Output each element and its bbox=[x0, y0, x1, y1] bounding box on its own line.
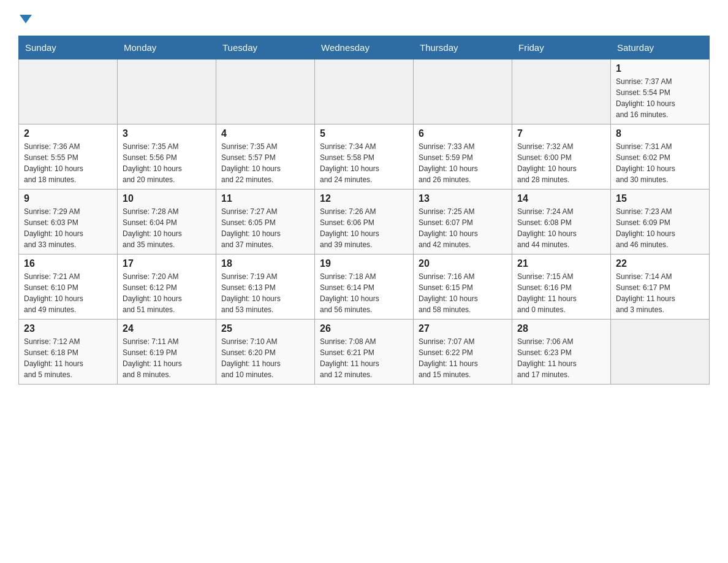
day-info: Sunrise: 7:33 AM Sunset: 5:59 PM Dayligh… bbox=[419, 141, 507, 185]
day-number: 26 bbox=[320, 323, 408, 334]
day-info: Sunrise: 7:15 AM Sunset: 6:16 PM Dayligh… bbox=[517, 271, 605, 315]
calendar-cell bbox=[315, 59, 414, 124]
day-number: 22 bbox=[616, 258, 704, 269]
day-number: 27 bbox=[419, 323, 507, 334]
calendar-cell: 19Sunrise: 7:18 AM Sunset: 6:14 PM Dayli… bbox=[315, 255, 414, 320]
calendar-week-4: 16Sunrise: 7:21 AM Sunset: 6:10 PM Dayli… bbox=[19, 255, 710, 320]
calendar-cell: 25Sunrise: 7:10 AM Sunset: 6:20 PM Dayli… bbox=[216, 320, 315, 385]
day-info: Sunrise: 7:16 AM Sunset: 6:15 PM Dayligh… bbox=[419, 271, 507, 315]
calendar-cell: 21Sunrise: 7:15 AM Sunset: 6:16 PM Dayli… bbox=[512, 255, 611, 320]
day-info: Sunrise: 7:31 AM Sunset: 6:02 PM Dayligh… bbox=[616, 141, 704, 185]
header-cell-saturday: Saturday bbox=[611, 36, 710, 59]
logo-arrow-icon bbox=[20, 15, 32, 23]
calendar-week-1: 1Sunrise: 7:37 AM Sunset: 5:54 PM Daylig… bbox=[19, 59, 710, 124]
calendar-header: SundayMondayTuesdayWednesdayThursdayFrid… bbox=[19, 36, 710, 59]
day-info: Sunrise: 7:32 AM Sunset: 6:00 PM Dayligh… bbox=[517, 141, 605, 185]
day-info: Sunrise: 7:28 AM Sunset: 6:04 PM Dayligh… bbox=[123, 206, 211, 250]
day-number: 1 bbox=[616, 63, 704, 74]
day-number: 28 bbox=[517, 323, 605, 334]
day-number: 10 bbox=[123, 193, 211, 204]
day-info: Sunrise: 7:11 AM Sunset: 6:19 PM Dayligh… bbox=[123, 336, 211, 380]
day-info: Sunrise: 7:06 AM Sunset: 6:23 PM Dayligh… bbox=[517, 336, 605, 380]
day-info: Sunrise: 7:29 AM Sunset: 6:03 PM Dayligh… bbox=[24, 206, 112, 250]
calendar-cell: 23Sunrise: 7:12 AM Sunset: 6:18 PM Dayli… bbox=[19, 320, 118, 385]
header-cell-sunday: Sunday bbox=[19, 36, 118, 59]
calendar-week-3: 9Sunrise: 7:29 AM Sunset: 6:03 PM Daylig… bbox=[19, 190, 710, 255]
calendar-cell: 9Sunrise: 7:29 AM Sunset: 6:03 PM Daylig… bbox=[19, 190, 118, 255]
calendar-week-2: 2Sunrise: 7:36 AM Sunset: 5:55 PM Daylig… bbox=[19, 124, 710, 190]
day-info: Sunrise: 7:20 AM Sunset: 6:12 PM Dayligh… bbox=[123, 271, 211, 315]
day-number: 3 bbox=[123, 128, 211, 139]
day-number: 15 bbox=[616, 193, 704, 204]
day-number: 21 bbox=[517, 258, 605, 269]
calendar-cell: 18Sunrise: 7:19 AM Sunset: 6:13 PM Dayli… bbox=[216, 255, 315, 320]
day-number: 25 bbox=[221, 323, 309, 334]
calendar-table: SundayMondayTuesdayWednesdayThursdayFrid… bbox=[18, 36, 710, 385]
calendar-cell bbox=[512, 59, 611, 124]
calendar-cell: 17Sunrise: 7:20 AM Sunset: 6:12 PM Dayli… bbox=[118, 255, 216, 320]
calendar-cell: 8Sunrise: 7:31 AM Sunset: 6:02 PM Daylig… bbox=[611, 124, 710, 190]
day-number: 12 bbox=[320, 193, 408, 204]
calendar-cell: 27Sunrise: 7:07 AM Sunset: 6:22 PM Dayli… bbox=[414, 320, 512, 385]
calendar-cell: 15Sunrise: 7:23 AM Sunset: 6:09 PM Dayli… bbox=[611, 190, 710, 255]
day-number: 2 bbox=[24, 128, 112, 139]
day-number: 16 bbox=[24, 258, 112, 269]
calendar-body: 1Sunrise: 7:37 AM Sunset: 5:54 PM Daylig… bbox=[19, 59, 710, 385]
calendar-cell: 7Sunrise: 7:32 AM Sunset: 6:00 PM Daylig… bbox=[512, 124, 611, 190]
header-cell-wednesday: Wednesday bbox=[315, 36, 414, 59]
day-number: 6 bbox=[419, 128, 507, 139]
day-info: Sunrise: 7:35 AM Sunset: 5:57 PM Dayligh… bbox=[221, 141, 309, 185]
header-row: SundayMondayTuesdayWednesdayThursdayFrid… bbox=[19, 36, 710, 59]
day-info: Sunrise: 7:12 AM Sunset: 6:18 PM Dayligh… bbox=[24, 336, 112, 380]
day-info: Sunrise: 7:07 AM Sunset: 6:22 PM Dayligh… bbox=[419, 336, 507, 380]
calendar-cell: 3Sunrise: 7:35 AM Sunset: 5:56 PM Daylig… bbox=[118, 124, 216, 190]
day-number: 14 bbox=[517, 193, 605, 204]
day-number: 18 bbox=[221, 258, 309, 269]
logo bbox=[18, 12, 32, 23]
day-info: Sunrise: 7:23 AM Sunset: 6:09 PM Dayligh… bbox=[616, 206, 704, 250]
calendar-cell: 2Sunrise: 7:36 AM Sunset: 5:55 PM Daylig… bbox=[19, 124, 118, 190]
day-number: 9 bbox=[24, 193, 112, 204]
day-number: 23 bbox=[24, 323, 112, 334]
day-info: Sunrise: 7:35 AM Sunset: 5:56 PM Dayligh… bbox=[123, 141, 211, 185]
day-info: Sunrise: 7:10 AM Sunset: 6:20 PM Dayligh… bbox=[221, 336, 309, 380]
calendar-cell: 22Sunrise: 7:14 AM Sunset: 6:17 PM Dayli… bbox=[611, 255, 710, 320]
day-info: Sunrise: 7:34 AM Sunset: 5:58 PM Dayligh… bbox=[320, 141, 408, 185]
calendar-cell: 12Sunrise: 7:26 AM Sunset: 6:06 PM Dayli… bbox=[315, 190, 414, 255]
page-header bbox=[18, 12, 710, 23]
day-info: Sunrise: 7:36 AM Sunset: 5:55 PM Dayligh… bbox=[24, 141, 112, 185]
calendar-week-5: 23Sunrise: 7:12 AM Sunset: 6:18 PM Dayli… bbox=[19, 320, 710, 385]
calendar-cell: 6Sunrise: 7:33 AM Sunset: 5:59 PM Daylig… bbox=[414, 124, 512, 190]
day-info: Sunrise: 7:21 AM Sunset: 6:10 PM Dayligh… bbox=[24, 271, 112, 315]
day-number: 20 bbox=[419, 258, 507, 269]
calendar-cell: 5Sunrise: 7:34 AM Sunset: 5:58 PM Daylig… bbox=[315, 124, 414, 190]
calendar-cell: 14Sunrise: 7:24 AM Sunset: 6:08 PM Dayli… bbox=[512, 190, 611, 255]
calendar-cell: 28Sunrise: 7:06 AM Sunset: 6:23 PM Dayli… bbox=[512, 320, 611, 385]
day-info: Sunrise: 7:19 AM Sunset: 6:13 PM Dayligh… bbox=[221, 271, 309, 315]
calendar-cell: 10Sunrise: 7:28 AM Sunset: 6:04 PM Dayli… bbox=[118, 190, 216, 255]
calendar-cell: 13Sunrise: 7:25 AM Sunset: 6:07 PM Dayli… bbox=[414, 190, 512, 255]
calendar-cell: 20Sunrise: 7:16 AM Sunset: 6:15 PM Dayli… bbox=[414, 255, 512, 320]
calendar-cell: 26Sunrise: 7:08 AM Sunset: 6:21 PM Dayli… bbox=[315, 320, 414, 385]
day-info: Sunrise: 7:37 AM Sunset: 5:54 PM Dayligh… bbox=[616, 76, 704, 120]
day-number: 13 bbox=[419, 193, 507, 204]
day-info: Sunrise: 7:08 AM Sunset: 6:21 PM Dayligh… bbox=[320, 336, 408, 380]
calendar-cell: 4Sunrise: 7:35 AM Sunset: 5:57 PM Daylig… bbox=[216, 124, 315, 190]
calendar-cell bbox=[414, 59, 512, 124]
day-info: Sunrise: 7:24 AM Sunset: 6:08 PM Dayligh… bbox=[517, 206, 605, 250]
calendar-cell: 1Sunrise: 7:37 AM Sunset: 5:54 PM Daylig… bbox=[611, 59, 710, 124]
header-cell-tuesday: Tuesday bbox=[216, 36, 315, 59]
day-number: 5 bbox=[320, 128, 408, 139]
day-number: 19 bbox=[320, 258, 408, 269]
day-number: 11 bbox=[221, 193, 309, 204]
day-number: 8 bbox=[616, 128, 704, 139]
day-number: 24 bbox=[123, 323, 211, 334]
header-cell-thursday: Thursday bbox=[414, 36, 512, 59]
day-info: Sunrise: 7:18 AM Sunset: 6:14 PM Dayligh… bbox=[320, 271, 408, 315]
header-cell-friday: Friday bbox=[512, 36, 611, 59]
calendar-cell bbox=[118, 59, 216, 124]
day-number: 4 bbox=[221, 128, 309, 139]
calendar-cell: 16Sunrise: 7:21 AM Sunset: 6:10 PM Dayli… bbox=[19, 255, 118, 320]
calendar-cell bbox=[216, 59, 315, 124]
calendar-cell: 11Sunrise: 7:27 AM Sunset: 6:05 PM Dayli… bbox=[216, 190, 315, 255]
